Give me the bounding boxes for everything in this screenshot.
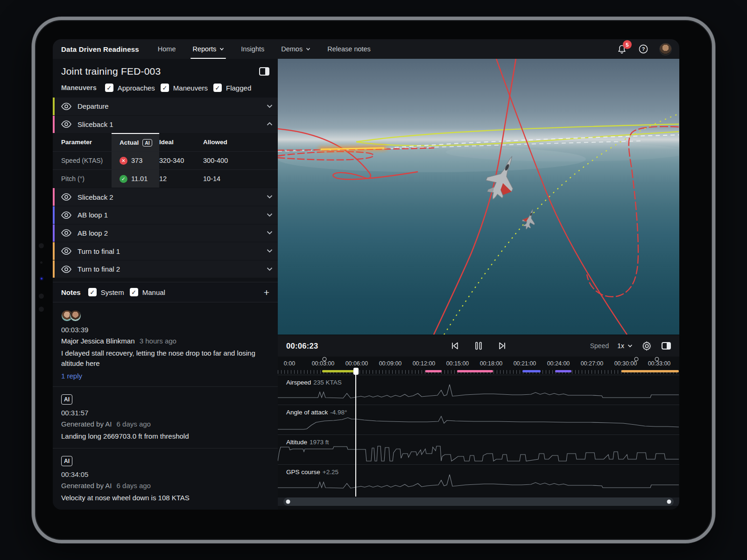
note-marker[interactable]: [655, 357, 659, 361]
gear-icon: [642, 341, 652, 351]
panel-icon: [662, 342, 671, 350]
collapse-panel-icon[interactable]: [259, 67, 269, 76]
chart-airspeed[interactable]: Airspeed235 KTAS: [278, 375, 679, 405]
checkbox-maneuvers[interactable]: [161, 84, 169, 92]
page-title: Joint training FED-003: [61, 66, 161, 77]
skip-forward-button[interactable]: [496, 340, 507, 351]
checkbox-approaches[interactable]: [105, 84, 113, 92]
timeline-segment-sliceback-1[interactable]: [425, 370, 442, 372]
chart-altitude[interactable]: Altitude1973 ft: [278, 434, 679, 464]
eye-visibility-icon[interactable]: [61, 229, 71, 237]
note-replies-link[interactable]: 1 reply: [61, 372, 269, 380]
note-timestamp: 00:03:39: [61, 326, 269, 334]
eye-visibility-icon[interactable]: [61, 120, 71, 128]
nav-menu: Home Reports Insights Demos Release note…: [158, 39, 371, 59]
tablet-frame: Data Driven Readiness Home Reports Insig…: [32, 17, 715, 543]
bezel-camera-dot: [39, 307, 44, 312]
chevron-down-icon: [219, 47, 224, 51]
timeline-segment-ab-loop-2[interactable]: [555, 370, 571, 372]
eye-visibility-icon[interactable]: [61, 247, 71, 255]
current-time: 00:06:23: [286, 342, 318, 350]
timeline-scrollbar: [278, 494, 679, 510]
bezel-camera-dot: [39, 243, 44, 248]
playback-bar: 00:06:23 Speed: [278, 335, 679, 357]
scrollbar-thumb[interactable]: [283, 497, 674, 506]
eye-visibility-icon[interactable]: [61, 193, 71, 201]
chevron-down-icon: [267, 213, 271, 217]
nav-item-release-notes[interactable]: Release notes: [327, 39, 371, 59]
settings-button[interactable]: [641, 340, 652, 351]
note-age: 3 hours ago: [140, 337, 176, 345]
speed-select[interactable]: 1x: [617, 342, 633, 350]
maneuver-row-departure[interactable]: Departure: [53, 98, 278, 115]
desktop-background: { "nav": { "brand": "Data Driven Readine…: [0, 0, 747, 560]
scrollbar-handle-left[interactable]: [286, 500, 290, 504]
help-button[interactable]: ?: [638, 43, 649, 55]
note-marker[interactable]: [634, 357, 639, 361]
top-navbar: Data Driven Readiness Home Reports Insig…: [53, 39, 679, 59]
maneuver-row-sliceback-2[interactable]: Sliceback 2: [53, 188, 278, 206]
flight-paths-overlay: [278, 59, 679, 335]
ai-badge: AI: [142, 139, 152, 147]
maneuver-row-ab-loop-2[interactable]: AB loop 2: [53, 224, 278, 242]
parameter-table-header: Parameter Actual AI Ideal Allowed: [53, 133, 278, 151]
checkbox-manual-notes[interactable]: [130, 288, 138, 296]
checkbox-flagged[interactable]: [213, 84, 222, 92]
maneuver-row-turn-to-final-2[interactable]: Turn to final 2: [53, 260, 278, 278]
note-avatars: [61, 310, 269, 322]
eye-visibility-icon[interactable]: [61, 266, 71, 273]
note-item-user[interactable]: 00:03:39 Major Jessica Blinkman 3 hours …: [53, 302, 278, 387]
flight-3d-viewport[interactable]: [278, 59, 679, 335]
timeline-segment-turn-final[interactable]: [621, 370, 679, 372]
chart-gps-course[interactable]: GPS course+2.25: [278, 464, 679, 494]
note-age: 6 days ago: [117, 482, 151, 490]
chevron-down-icon: [267, 249, 271, 253]
timeline-ruler[interactable]: [278, 369, 679, 375]
bezel-camera-dot: [39, 294, 44, 299]
nav-actions: 5 ?: [616, 43, 672, 56]
chevron-down-icon: [267, 104, 271, 109]
maneuver-row-turn-to-final-1[interactable]: Turn to final 1: [53, 242, 278, 260]
pause-button[interactable]: [473, 340, 484, 351]
nav-item-insights[interactable]: Insights: [241, 39, 264, 59]
maneuver-row-ab-loop-1[interactable]: AB loop 1: [53, 206, 278, 224]
status-fail-icon: [120, 157, 127, 165]
eye-visibility-icon[interactable]: [61, 211, 71, 219]
skip-back-button[interactable]: [450, 340, 461, 351]
add-note-button[interactable]: +: [264, 287, 269, 297]
timeline-segment-departure[interactable]: [322, 370, 356, 372]
playhead-line: [355, 373, 356, 497]
note-item-ai[interactable]: AI 00:31:57 Generated by AI 6 days ago L…: [53, 386, 278, 448]
note-age: 6 days ago: [117, 420, 151, 428]
maneuver-filter-bar: Maneuvers Approaches Maneuvers Flagged: [53, 82, 278, 98]
scrollbar-handle-right[interactable]: [667, 500, 671, 504]
question-icon: ?: [638, 44, 648, 54]
note-author: Major Jessica Blinkman: [61, 337, 135, 345]
nav-item-demos[interactable]: Demos: [281, 39, 310, 59]
notes-header: Notes System Manual +: [53, 282, 278, 302]
note-text: I delayed stall recovery, letting the no…: [61, 348, 269, 369]
chevron-down-icon: [267, 195, 271, 199]
notifications-button[interactable]: 5: [616, 43, 627, 55]
timeline-segment-sliceback-2[interactable]: [457, 370, 493, 372]
user-avatar[interactable]: [659, 43, 672, 56]
note-item-ai[interactable]: AI 00:34:05 Generated by AI 6 days ago V…: [53, 448, 278, 510]
ai-badge: AI: [61, 394, 72, 405]
timeline-segment-ab-loop-1[interactable]: [522, 370, 541, 372]
chart-angle-of-attack[interactable]: Angle of attack-4.98°: [278, 405, 679, 434]
avatar: [70, 310, 81, 322]
wingman-jet: [520, 207, 539, 231]
eye-visibility-icon[interactable]: [61, 103, 71, 110]
bezel-led: [41, 278, 42, 280]
nav-item-reports[interactable]: Reports: [192, 39, 224, 59]
maneuver-row-sliceback-1[interactable]: Sliceback 1: [53, 116, 278, 133]
checkbox-system-notes[interactable]: [88, 288, 97, 296]
note-marker[interactable]: [323, 357, 327, 361]
chevron-down-icon: [267, 231, 271, 235]
note-timestamp: 00:31:57: [61, 409, 269, 417]
chevron-down-icon: [627, 344, 633, 348]
nav-item-home[interactable]: Home: [158, 39, 176, 59]
panel-layout-button[interactable]: [661, 340, 672, 351]
speed-label: Speed: [590, 342, 609, 350]
app-title: Data Driven Readiness: [61, 45, 139, 53]
